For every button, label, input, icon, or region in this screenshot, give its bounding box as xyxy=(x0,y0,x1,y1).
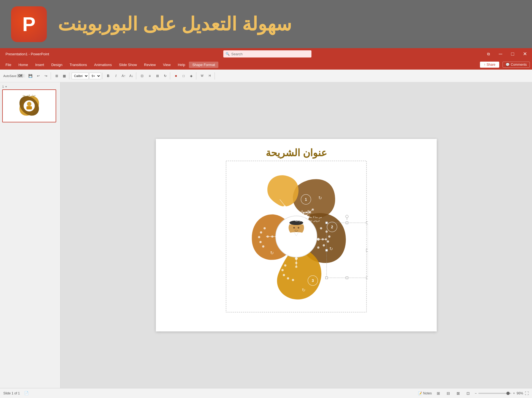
svg-rect-68 xyxy=(366,249,368,251)
normal-view-button[interactable]: ⊞ xyxy=(53,72,60,79)
font-size-select[interactable]: 9+ xyxy=(89,73,101,79)
svg-text:عروض تقديمية احترافية: عروض تقديمية احترافية xyxy=(295,219,320,222)
svg-point-82 xyxy=(262,245,264,248)
comments-button[interactable]: 💬 Comments xyxy=(503,62,530,68)
svg-text:عروض تقديمية احترافية: عروض تقديمية احترافية xyxy=(354,244,368,247)
menu-file[interactable]: File xyxy=(2,62,15,68)
menu-review[interactable]: Review xyxy=(141,62,159,68)
minimize-button[interactable]: ─ xyxy=(497,51,504,57)
increase-font-button[interactable]: A↑ xyxy=(120,72,127,79)
arrange-button[interactable]: ⊡ xyxy=(139,72,146,79)
svg-text:عروض تقديمية احترافية: عروض تقديمية احترافية xyxy=(335,198,360,201)
toolbar-group-view: ⊞ ▦ xyxy=(52,72,69,79)
svg-point-5 xyxy=(27,102,31,106)
slide-thumbnail-1[interactable]: عنوان الشريحة xyxy=(2,89,56,122)
menu-home[interactable]: Home xyxy=(15,62,31,68)
width-input[interactable]: W xyxy=(199,72,206,79)
status-bar: Slide 1 of 1 📄 📝 Notes ⊞ ⊟ ⊠ ⊡ − + 96% ⛶ xyxy=(0,388,532,398)
bold-button[interactable]: B xyxy=(105,72,112,79)
decrease-font-button[interactable]: A↓ xyxy=(128,72,135,79)
svg-point-81 xyxy=(259,241,262,243)
shape-fill-button[interactable]: ■ xyxy=(172,72,180,79)
zoom-in-button[interactable]: + xyxy=(513,391,515,395)
document-title: Presentation1 - PowerPoint xyxy=(3,52,49,56)
menu-shape-format[interactable]: Shape Format xyxy=(189,62,218,68)
font-family-select[interactable]: Calibri xyxy=(72,73,89,79)
fit-slide-button[interactable]: ⛶ xyxy=(525,391,529,396)
svg-text:العنوان هنا: العنوان هنا xyxy=(354,235,368,239)
svg-text:من منا لا يطمح إلى تقديم: من منا لا يطمح إلى تقديم xyxy=(324,291,351,294)
svg-point-13 xyxy=(298,227,299,229)
svg-text:↻: ↻ xyxy=(270,251,274,255)
zoom-slider[interactable] xyxy=(478,393,511,394)
svg-rect-65 xyxy=(346,222,348,224)
svg-rect-67 xyxy=(325,249,328,251)
svg-point-77 xyxy=(317,246,319,249)
menu-transitions[interactable]: Transitions xyxy=(66,62,90,68)
canvas-area: عنوان الشريحة xyxy=(61,82,532,388)
menu-insert[interactable]: Insert xyxy=(32,62,48,68)
menu-help[interactable]: Help xyxy=(175,62,189,68)
zoom-out-button[interactable]: − xyxy=(475,391,477,395)
svg-text:عنوان الشريحة: عنوان الشريحة xyxy=(23,94,36,97)
svg-text:3: 3 xyxy=(312,278,314,283)
italic-button[interactable]: I xyxy=(112,72,120,79)
svg-point-12 xyxy=(293,227,295,229)
normal-view-icon[interactable]: ⊞ xyxy=(435,390,442,397)
reading-view-icon[interactable]: ⊠ xyxy=(455,390,462,397)
slide-view-button[interactable]: ▦ xyxy=(61,72,68,79)
toolbar-group-format: Calibri 9+ xyxy=(70,73,102,79)
notes-icon: 📄 xyxy=(24,391,29,395)
height-input[interactable]: H xyxy=(206,72,213,79)
presenter-view-icon[interactable]: ⊡ xyxy=(465,390,471,397)
comment-icon: 💬 xyxy=(506,63,510,67)
svg-text:العنوان هنا: العنوان هنا xyxy=(335,189,351,193)
menu-design[interactable]: Design xyxy=(48,62,66,68)
svg-point-85 xyxy=(283,274,285,276)
svg-point-25 xyxy=(295,266,297,268)
redo-button[interactable]: ↪ xyxy=(42,72,50,79)
svg-text:↻: ↻ xyxy=(258,274,261,279)
svg-point-21 xyxy=(325,238,327,240)
notes-label: Notes xyxy=(423,391,432,395)
slide-sorter-icon[interactable]: ⊟ xyxy=(445,390,452,397)
svg-rect-64 xyxy=(366,277,368,279)
undo-button[interactable]: ↩ xyxy=(35,72,42,79)
restore-button[interactable]: □ xyxy=(509,51,516,57)
notes-button[interactable]: 📝 Notes xyxy=(418,391,432,395)
search-box[interactable]: 🔍 xyxy=(223,50,311,57)
menu-right-actions: ↑ Share 💬 Comments xyxy=(480,62,530,68)
restore-down-icon[interactable]: ⧉ xyxy=(485,51,492,57)
toolbar-group-text: B I A↑ A↓ xyxy=(104,72,136,79)
svg-rect-61 xyxy=(325,222,328,224)
infographic-svg: 1 2 3 4 ↻ ↻ ↻ ↻ ↻ ↻ ↻ ↻ العنوان هنا من م… xyxy=(225,160,368,314)
toolbar-group-shapes: ■ □ ◈ xyxy=(171,72,196,79)
svg-text:من منا لا يطمح إلى تقديم: من منا لا يطمح إلى تقديم xyxy=(295,216,322,219)
close-button[interactable]: ✕ xyxy=(521,50,529,57)
shape-outline-button[interactable]: □ xyxy=(180,72,187,79)
menu-bar: File Home Insert Design Transitions Anim… xyxy=(0,60,532,70)
group-button[interactable]: ⊞ xyxy=(154,72,161,79)
align-button[interactable]: ≡ xyxy=(146,72,153,79)
menu-animations[interactable]: Animations xyxy=(91,62,115,68)
svg-text:من منا لا يطمح إلى تقديم: من منا لا يطمح إلى تقديم xyxy=(335,194,362,197)
save-button[interactable]: 💾 xyxy=(27,72,34,79)
title-bar: Presentation1 - PowerPoint 🔍 ⧉ ─ □ ✕ xyxy=(0,48,532,60)
toolbar: AutoSave Off 💾 ↩ ↪ ⊞ ▦ Calibri 9+ B I A↑… xyxy=(0,70,532,82)
search-input[interactable] xyxy=(231,52,309,56)
menu-slideshow[interactable]: Slide Show xyxy=(116,62,140,68)
share-button[interactable]: ↑ Share xyxy=(480,62,499,68)
rotate-button[interactable]: ↻ xyxy=(162,72,169,79)
svg-point-28 xyxy=(271,235,273,238)
svg-text:↻: ↻ xyxy=(343,263,347,268)
svg-rect-66 xyxy=(346,277,348,279)
banner-title: سهولة التعديل على البوربوينت xyxy=(58,13,292,35)
svg-rect-6 xyxy=(26,106,32,109)
menu-view[interactable]: View xyxy=(160,62,174,68)
autosave-toggle[interactable]: Off xyxy=(17,74,23,78)
shape-effects-button[interactable]: ◈ xyxy=(188,72,195,79)
svg-text:2: 2 xyxy=(331,225,333,229)
main-area: 1 ★ عنوان الشريحة xyxy=(0,82,532,388)
slide-canvas[interactable]: عنوان الشريحة xyxy=(156,139,437,331)
slide-number: 1 ★ xyxy=(2,85,58,88)
